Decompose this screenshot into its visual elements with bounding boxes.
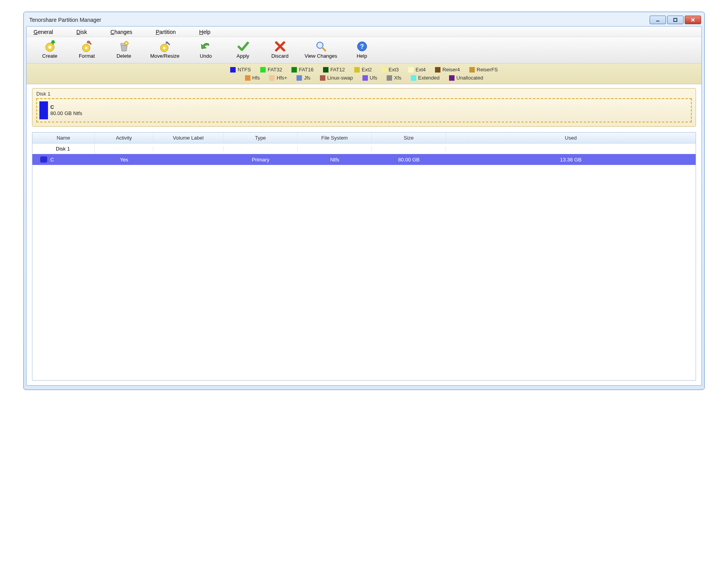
titlebar: Tenorshare Partition Manager (26, 14, 702, 26)
discard-label: Discard (271, 53, 288, 59)
menu-partition[interactable]: Partition (156, 29, 176, 35)
legend-fat16: FAT16 (291, 67, 313, 73)
partition-name: C (50, 104, 82, 110)
col-type[interactable]: Type (224, 133, 298, 143)
legend-ext2: Ext2 (354, 67, 372, 73)
svg-text:?: ? (360, 43, 364, 50)
legend-xfs: Xfs (387, 75, 401, 81)
partition-detail: 80.00 GB Ntfs (50, 110, 82, 117)
legend-row-1: NTFS FAT32 FAT16 FAT12 Ext2 Ext3 Ext4 Re… (230, 67, 498, 73)
app-window: Tenorshare Partition Manager General Dis… (23, 12, 705, 390)
legend-reiser4: Reiser4 (435, 67, 460, 73)
move-resize-icon (158, 40, 172, 53)
disk-bar[interactable]: C 80.00 GB Ntfs (36, 98, 692, 122)
svg-line-15 (322, 48, 325, 51)
col-activity[interactable]: Activity (95, 133, 153, 143)
create-icon (43, 40, 57, 53)
view-changes-icon (314, 40, 328, 53)
cell-used: 13.38 GB (446, 154, 696, 165)
cell-size: 80.00 GB (372, 154, 446, 165)
legend-unallocated: Unallocated (449, 75, 483, 81)
col-name[interactable]: Name (32, 133, 95, 143)
undo-label: Undo (200, 53, 212, 59)
format-icon (80, 40, 94, 53)
maximize-button[interactable] (667, 16, 684, 24)
apply-label: Apply (236, 53, 249, 59)
legend-extended: Extended (411, 75, 440, 81)
partition-color-swatch (39, 101, 48, 119)
cell-type: Primary (224, 154, 298, 165)
group-label: Disk 1 (32, 143, 95, 154)
col-size[interactable]: Size (372, 133, 446, 143)
apply-button[interactable]: Apply (224, 39, 261, 60)
menu-changes[interactable]: Changes (110, 29, 132, 35)
disk-panel: Disk 1 C 80.00 GB Ntfs (32, 88, 696, 127)
col-file-system[interactable]: File System (298, 133, 372, 143)
move-resize-label: Move/Resize (150, 53, 179, 59)
help-label: Help (357, 53, 367, 59)
svg-rect-1 (674, 18, 677, 21)
svg-point-13 (163, 47, 165, 49)
svg-point-7 (85, 47, 87, 49)
partition-table: Name Activity Volume Label Type File Sys… (32, 132, 696, 381)
legend-hfs: Hfs (245, 75, 260, 81)
format-button[interactable]: Format (68, 39, 105, 60)
window-inner: General Disk Changes Partition Help Crea… (26, 26, 702, 386)
cell-name: C (50, 157, 54, 163)
table-row-c[interactable]: C Yes Primary Ntfs 80.00 GB 13.38 GB (32, 154, 696, 165)
menubar: General Disk Changes Partition Help (27, 27, 701, 37)
legend-fat12: FAT12 (323, 67, 345, 73)
table-group-disk1[interactable]: Disk 1 (32, 143, 696, 154)
filesystem-legend: NTFS FAT32 FAT16 FAT12 Ext2 Ext3 Ext4 Re… (27, 64, 701, 84)
col-volume-label[interactable]: Volume Label (153, 133, 224, 143)
menu-help[interactable]: Help (199, 29, 211, 35)
delete-label: Delete (117, 53, 131, 59)
legend-ext4: Ext4 (408, 67, 426, 73)
view-changes-label: View Changes (305, 53, 337, 59)
cell-file-system: Ntfs (298, 154, 372, 165)
toolbar: Create Format Delete Move/Resize Undo Ap… (27, 37, 701, 64)
col-used[interactable]: Used (446, 133, 696, 143)
svg-point-8 (87, 41, 90, 43)
partition-text: C 80.00 GB Ntfs (50, 104, 82, 116)
create-label: Create (42, 53, 57, 59)
undo-icon (199, 40, 213, 53)
discard-icon (273, 40, 287, 53)
table-header: Name Activity Volume Label Type File Sys… (32, 133, 696, 143)
help-icon: ? (355, 40, 369, 53)
table-body: Disk 1 C Yes Primary Ntfs 80.00 GB 13.38… (32, 143, 696, 380)
legend-reiserfs: ReiserFS (469, 67, 498, 73)
svg-point-11 (126, 43, 127, 44)
svg-point-5 (48, 46, 51, 49)
window-title: Tenorshare Partition Manager (29, 17, 101, 23)
legend-ufs: Ufs (362, 75, 378, 81)
help-button[interactable]: ? Help (343, 39, 380, 60)
window-controls (648, 16, 701, 24)
legend-hfsplus: Hfs+ (269, 75, 287, 81)
undo-button[interactable]: Undo (187, 39, 224, 60)
legend-row-2: Hfs Hfs+ Jfs Linux-swap Ufs Xfs Extended… (245, 75, 483, 81)
drive-icon (40, 156, 47, 163)
legend-ntfs: NTFS (230, 67, 251, 73)
move-resize-button[interactable]: Move/Resize (142, 39, 187, 60)
legend-jfs: Jfs (297, 75, 311, 81)
delete-button[interactable]: Delete (105, 39, 142, 60)
discard-button[interactable]: Discard (261, 39, 298, 60)
create-button[interactable]: Create (31, 39, 68, 60)
menu-general[interactable]: General (34, 29, 53, 35)
legend-fat32: FAT32 (260, 67, 282, 73)
format-label: Format (79, 53, 95, 59)
cell-volume-label (153, 157, 224, 162)
cell-activity: Yes (95, 154, 153, 165)
close-button[interactable] (685, 16, 701, 24)
legend-ext3: Ext3 (381, 67, 399, 73)
delete-icon (117, 40, 131, 53)
view-changes-button[interactable]: View Changes (298, 39, 343, 60)
apply-icon (236, 40, 250, 53)
legend-linux-swap: Linux-swap (320, 75, 353, 81)
menu-disk[interactable]: Disk (76, 29, 87, 35)
disk-label: Disk 1 (36, 91, 692, 97)
partition-block-c[interactable]: C 80.00 GB Ntfs (39, 101, 689, 119)
minimize-button[interactable] (650, 16, 666, 24)
